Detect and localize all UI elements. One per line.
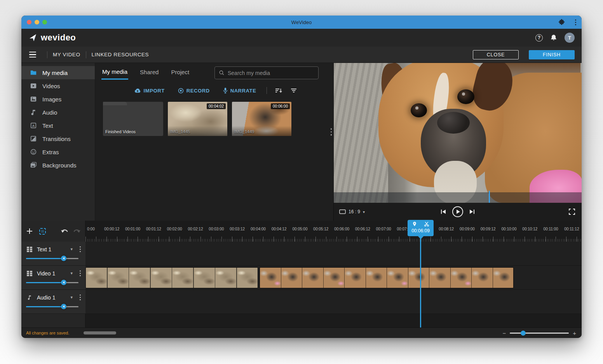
browser-menu-icon[interactable] <box>575 19 576 25</box>
search-box <box>214 66 319 79</box>
video-name: IMG_1445 <box>170 129 190 134</box>
media-grid: Finished Videos 00:04:02 IMG_1445 00:06:… <box>103 102 291 136</box>
audio-note-icon <box>26 294 33 301</box>
redo-icon[interactable] <box>73 228 81 234</box>
lane-video-1[interactable] <box>85 266 582 290</box>
clip-img-1449[interactable] <box>260 267 514 288</box>
linked-resources-link[interactable]: LINKED RESOURCES <box>92 52 149 57</box>
search-input[interactable] <box>228 70 314 76</box>
track-menu-icon[interactable] <box>78 270 82 277</box>
preview-seek-marker[interactable] <box>489 191 490 203</box>
timeline-toolbar <box>21 221 85 242</box>
tab-shared[interactable]: Shared <box>139 69 159 79</box>
ruler-label: 00:04:12 <box>272 227 287 231</box>
timeline-horizontal-scrollbar[interactable] <box>84 331 116 334</box>
close-button[interactable]: CLOSE <box>473 50 519 59</box>
project-title[interactable]: MY VIDEO <box>53 52 80 57</box>
wevideo-logo-icon <box>28 33 38 42</box>
ruler-label: 00:02:12 <box>188 227 203 231</box>
timeline-header-column: Text 1 Video 1 <box>21 221 85 327</box>
media-tabs: My media Shared Project <box>95 67 190 81</box>
timeline-ruler[interactable]: 0:0000:00:1200:01:0000:01:1200:02:0000:0… <box>85 221 582 242</box>
media-video-img-1445[interactable]: 00:04:02 IMG_1445 <box>168 102 227 136</box>
volume-knob[interactable] <box>61 280 66 285</box>
volume-knob[interactable] <box>61 304 66 309</box>
tab-my-media[interactable]: My media <box>101 68 128 80</box>
sidebar-item-label: My media <box>42 70 68 76</box>
ruler-label: 00:06:00 <box>334 227 349 231</box>
playhead-line[interactable] <box>420 236 421 327</box>
lane-audio-1[interactable] <box>85 290 582 314</box>
tab-project[interactable]: Project <box>170 69 190 79</box>
preview-seek-strip[interactable] <box>334 192 582 203</box>
help-icon[interactable] <box>535 34 543 42</box>
chevron-down-icon[interactable] <box>70 247 73 252</box>
sidebar-item-extras[interactable]: Extras <box>21 145 95 158</box>
navbar: MY VIDEO LINKED RESOURCES CLOSE FINISH <box>21 47 582 63</box>
ruler-label: 00:08:12 <box>439 227 454 231</box>
timeline: 0:0000:00:1200:01:0000:01:1200:02:0000:0… <box>21 221 582 327</box>
divider <box>47 51 47 58</box>
microphone-icon <box>223 87 228 94</box>
finish-button[interactable]: FINISH <box>529 50 575 59</box>
ruler-label: 00:09:12 <box>481 227 496 231</box>
media-video-img-1449[interactable]: 00:06:00 IMG_1449 <box>232 102 291 136</box>
zoom-in-icon[interactable] <box>573 330 576 336</box>
audio-note-icon <box>30 109 37 116</box>
dog-eye <box>411 103 427 117</box>
track-volume-slider[interactable] <box>26 304 78 309</box>
narrate-button[interactable]: NARRATE <box>223 87 256 94</box>
ruler-label: 00:01:00 <box>125 227 140 231</box>
track-menu-icon[interactable] <box>78 246 82 253</box>
sidebar-item-videos[interactable]: Videos <box>21 79 95 92</box>
track-menu-icon[interactable] <box>78 294 82 301</box>
avatar[interactable]: T <box>565 33 575 43</box>
sidebar-item-images[interactable]: Images <box>21 92 95 106</box>
track-volume-slider[interactable] <box>26 256 78 261</box>
sidebar-item-my-media[interactable]: My media <box>21 66 95 79</box>
sidebar-item-transitions[interactable]: Transitions <box>21 132 95 145</box>
previous-frame-button[interactable] <box>440 209 446 214</box>
sidebar-item-text[interactable]: A Text <box>21 119 95 132</box>
wevideo-logo[interactable]: wevideo <box>28 33 76 43</box>
timeline-zoom-control <box>502 328 576 338</box>
cloud-upload-icon <box>134 88 141 93</box>
filter-icon[interactable] <box>290 88 297 93</box>
lane-text-1[interactable] <box>85 242 582 266</box>
extensions-icon[interactable] <box>558 19 565 26</box>
menu-hamburger-icon[interactable] <box>29 52 36 57</box>
duration-badge: 00:04:02 <box>207 103 226 109</box>
ruler-label: 00:05:00 <box>293 227 308 231</box>
svg-text:A: A <box>32 124 35 128</box>
record-button[interactable]: RECORD <box>178 88 210 94</box>
zoom-slider[interactable] <box>510 333 569 334</box>
marker-pin-icon[interactable] <box>412 221 417 227</box>
sidebar-item-audio[interactable]: Audio <box>21 106 95 119</box>
zoom-slider-knob[interactable] <box>521 331 526 336</box>
add-track-icon[interactable] <box>26 228 33 235</box>
sidebar-item-backgrounds[interactable]: Backgrounds <box>21 158 95 172</box>
media-actions: IMPORT RECORD NARRATE <box>95 85 333 96</box>
chevron-down-icon[interactable] <box>70 271 73 276</box>
fullscreen-icon[interactable] <box>568 208 575 215</box>
multi-select-icon[interactable] <box>39 228 46 235</box>
volume-knob[interactable] <box>61 256 66 261</box>
playhead-handle[interactable]: 00:06:09 <box>408 220 434 236</box>
import-button[interactable]: IMPORT <box>134 88 165 94</box>
clip-img-1445[interactable] <box>85 267 258 288</box>
ruler-label: 00:02:00 <box>167 227 182 231</box>
timeline-lanes: 0:0000:00:1200:01:0000:01:1200:02:0000:0… <box>85 221 582 327</box>
sidebar-item-label: Backgrounds <box>42 162 77 169</box>
undo-icon[interactable] <box>61 228 69 234</box>
panel-resize-handle[interactable] <box>331 128 332 136</box>
media-folder-finished-videos[interactable]: Finished Videos <box>103 102 163 136</box>
notifications-bell-icon[interactable] <box>550 34 558 42</box>
track-volume-slider[interactable] <box>26 280 78 285</box>
chevron-down-icon[interactable] <box>70 295 73 300</box>
sort-icon[interactable] <box>275 88 282 93</box>
scissors-icon[interactable] <box>424 221 429 227</box>
play-button[interactable] <box>452 206 464 218</box>
background-icon <box>30 162 37 169</box>
zoom-out-icon[interactable] <box>502 330 506 336</box>
next-frame-button[interactable] <box>469 209 475 214</box>
